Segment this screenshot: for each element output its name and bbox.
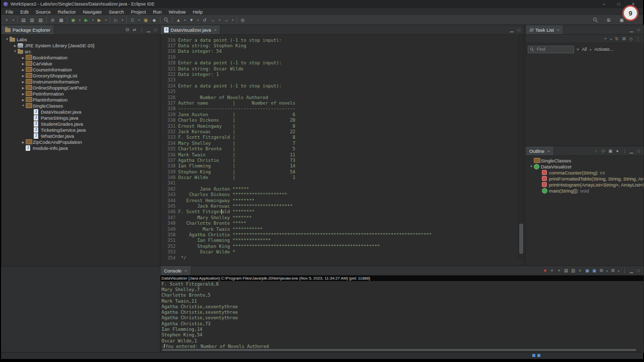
hide-fields-icon[interactable]: ◇ bbox=[600, 147, 607, 154]
maximize-icon[interactable]: □ bbox=[515, 26, 522, 33]
tab-package-explorer[interactable]: Package Explorer bbox=[2, 25, 54, 34]
last-edit-location-icon[interactable]: ↺ bbox=[200, 16, 209, 24]
scroll-lock-icon[interactable]: ▥ bbox=[570, 267, 577, 274]
view-menu-icon[interactable]: ⋮ bbox=[621, 267, 628, 274]
tree-item[interactable]: ▼SingleClasses bbox=[2, 103, 160, 109]
tree-item[interactable]: JTicketingService.java bbox=[2, 127, 160, 133]
maximize-icon[interactable]: □ bbox=[635, 267, 642, 274]
screenshot-icon[interactable]: ◎ bbox=[238, 16, 247, 24]
debug-icon[interactable]: ◉ bbox=[69, 16, 77, 24]
skip-breakpoints-icon[interactable]: ⊘ bbox=[48, 16, 57, 24]
maximize-icon[interactable]: □ bbox=[635, 147, 642, 154]
new-package-icon[interactable]: ▣ bbox=[141, 16, 150, 24]
coverage-icon[interactable]: ▶ bbox=[95, 16, 104, 24]
collapse-all-icon[interactable]: ⊟ bbox=[124, 26, 131, 33]
prev-annotation-dropdown-icon[interactable]: ▾ bbox=[183, 16, 187, 24]
new-task-dropdown-icon[interactable]: ▾ bbox=[609, 35, 613, 42]
maximize-icon[interactable]: □ bbox=[635, 26, 642, 33]
minimize-icon[interactable]: ▁ bbox=[628, 147, 635, 154]
tab-task-list[interactable]: ▤ Task List × bbox=[526, 25, 564, 34]
chevron-down-icon[interactable]: ▼ bbox=[5, 38, 10, 41]
close-icon[interactable]: × bbox=[185, 268, 187, 273]
new-dropdown-icon[interactable]: ▾ bbox=[11, 16, 16, 24]
view-menu-icon[interactable]: ⋮ bbox=[138, 26, 145, 33]
menu-edit[interactable]: Edit bbox=[17, 9, 32, 15]
minimize-icon[interactable]: ▁ bbox=[628, 26, 635, 33]
chevron-right-icon[interactable]: ▶ bbox=[13, 44, 18, 47]
display-console-dropdown-icon[interactable]: ▾ bbox=[605, 267, 609, 274]
filter-all-button[interactable]: All bbox=[582, 47, 587, 52]
tree-item[interactable]: Jmodule-info.java bbox=[2, 145, 160, 151]
menu-window[interactable]: Window bbox=[165, 9, 189, 15]
debug-dropdown-icon[interactable]: ▾ bbox=[77, 16, 82, 24]
chevron-down-icon[interactable]: ▼ bbox=[529, 165, 534, 168]
clear-console-icon[interactable]: ▤ bbox=[562, 267, 570, 274]
quick-search-icon[interactable] bbox=[591, 16, 600, 24]
tab-outline[interactable]: Outline × bbox=[526, 146, 554, 155]
console-view-icon[interactable]: ▦ bbox=[57, 16, 65, 24]
new-task-icon[interactable]: + bbox=[602, 35, 609, 42]
tree-item[interactable]: ▶ZipCodeAndPopulation bbox=[2, 139, 160, 145]
tree-item[interactable]: JWhatOrder.java bbox=[2, 133, 160, 139]
tree-item[interactable]: ▶InstrumentInformation bbox=[2, 78, 160, 84]
chevron-right-icon[interactable]: ▶ bbox=[21, 62, 26, 65]
tree-item[interactable]: JStudentGrades.java bbox=[2, 121, 160, 127]
menu-project[interactable]: Project bbox=[127, 9, 149, 15]
tree-item[interactable]: ▶PetInformation bbox=[2, 90, 160, 97]
next-annotation-dropdown-icon[interactable]: ▾ bbox=[196, 16, 200, 24]
tree-item[interactable]: JDataVisualizer.java bbox=[2, 109, 160, 115]
minimize-icon[interactable]: ▁ bbox=[508, 26, 515, 33]
menu-source[interactable]: Source bbox=[32, 9, 54, 15]
tree-item[interactable]: ▶OnlineShoppingCartPart2 bbox=[2, 84, 160, 90]
menu-search[interactable]: Search bbox=[105, 9, 127, 15]
tree-item[interactable]: main(String[]) : void bbox=[526, 188, 643, 194]
tree-item[interactable]: ▶BookInformation bbox=[2, 54, 160, 60]
back-dropdown-icon[interactable]: ▾ bbox=[217, 16, 222, 24]
tree-item[interactable]: printFormattedTable(String, String, Stri… bbox=[526, 175, 643, 182]
run-dropdown-icon[interactable]: ▾ bbox=[91, 16, 95, 24]
next-annotation-icon[interactable]: ▼ bbox=[187, 16, 196, 24]
find-input[interactable] bbox=[536, 46, 572, 52]
link-editor-icon[interactable]: ⇄ bbox=[131, 26, 138, 33]
forward-dropdown-icon[interactable]: ▾ bbox=[230, 16, 235, 24]
show-stdout-icon[interactable]: ▣ bbox=[584, 267, 591, 274]
tree-item[interactable]: ▶GroceryShoppingList bbox=[2, 72, 160, 78]
minimize-window-button[interactable]: – bbox=[597, 0, 611, 8]
menu-file[interactable]: File bbox=[2, 9, 17, 15]
tree-item[interactable]: SingleClasses bbox=[526, 157, 643, 163]
chevron-right-icon[interactable]: ▶ bbox=[21, 68, 26, 71]
scrollbar-thumb[interactable] bbox=[162, 349, 636, 351]
tab-datavisualizer-java[interactable]: J DataVisualizer.java × bbox=[160, 25, 220, 34]
tree-item[interactable]: commaCounter(String) : int bbox=[526, 169, 643, 175]
show-stderr-icon[interactable]: ▣ bbox=[591, 267, 598, 274]
chevron-right-icon[interactable]: ▶ bbox=[21, 80, 26, 83]
code-editor[interactable]: 316Enter a data point (-1 to stop input)… bbox=[160, 35, 524, 259]
editor-vertical-scrollbar[interactable] bbox=[518, 35, 524, 259]
open-perspective-icon[interactable]: ⊞ bbox=[604, 16, 613, 24]
chevron-right-icon[interactable]: ▶ bbox=[21, 86, 26, 89]
prev-annotation-icon[interactable]: ▲ bbox=[174, 16, 183, 24]
new-wizard-icon[interactable]: + bbox=[3, 16, 11, 24]
package-explorer-tree[interactable]: ▼Labs▶JRE System Library [JavaSE-20]▼src… bbox=[2, 35, 160, 266]
hide-static-icon[interactable]: ▣ bbox=[607, 147, 614, 154]
menu-refactor[interactable]: Refactor bbox=[54, 9, 79, 15]
run-icon[interactable]: ▶ bbox=[82, 16, 91, 24]
tree-item[interactable]: ▼Labs bbox=[2, 36, 160, 42]
tree-item[interactable]: printHistogram(ArrayList<String>, ArrayL… bbox=[526, 182, 643, 188]
remove-launch-icon[interactable]: × bbox=[548, 267, 555, 274]
minimize-icon[interactable]: ▁ bbox=[628, 267, 635, 274]
minimize-icon[interactable]: ▁ bbox=[145, 26, 152, 33]
synchronize-icon[interactable]: ↻ bbox=[613, 35, 620, 42]
external-tools-dropdown-icon[interactable]: ▾ bbox=[120, 16, 125, 24]
tree-item[interactable]: ▶CourseInformation bbox=[2, 66, 160, 72]
terminate-icon[interactable]: ■ bbox=[541, 267, 548, 274]
new-class-dropdown-icon[interactable]: ▾ bbox=[137, 16, 141, 24]
outline-tree[interactable]: SingleClasses▼DataVisualizercommaCounter… bbox=[526, 156, 643, 266]
new-jar-icon[interactable]: ◆ bbox=[150, 16, 158, 24]
chevron-right-icon[interactable]: ▶ bbox=[21, 98, 26, 102]
open-console-dropdown-icon[interactable]: ▾ bbox=[616, 267, 621, 274]
pin-console-icon[interactable]: ⊞ bbox=[598, 267, 605, 274]
tree-item[interactable]: ▶PlantInformation bbox=[2, 97, 160, 103]
close-icon[interactable]: × bbox=[547, 149, 550, 153]
close-icon[interactable]: × bbox=[214, 28, 217, 32]
